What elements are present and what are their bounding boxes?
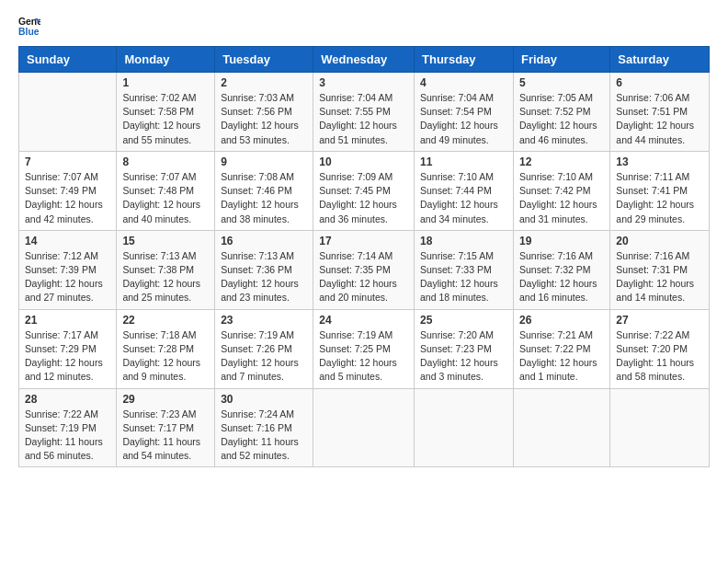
calendar-cell: 20Sunrise: 7:16 AMSunset: 7:31 PMDayligh… xyxy=(610,230,710,309)
calendar-week-2: 7Sunrise: 7:07 AMSunset: 7:49 PMDaylight… xyxy=(19,151,710,230)
sunset-text: Sunset: 7:29 PM xyxy=(25,342,110,356)
sunrise-text: Sunrise: 7:04 AM xyxy=(420,91,507,105)
sunrise-text: Sunrise: 7:17 AM xyxy=(25,328,110,342)
calendar-cell: 17Sunrise: 7:14 AMSunset: 7:35 PMDayligh… xyxy=(313,230,415,309)
day-number: 12 xyxy=(519,155,604,168)
svg-text:Blue: Blue xyxy=(18,27,40,37)
calendar-cell: 5Sunrise: 7:05 AMSunset: 7:52 PMDaylight… xyxy=(513,73,609,152)
sunset-text: Sunset: 7:32 PM xyxy=(519,263,604,277)
sunrise-text: Sunrise: 7:11 AM xyxy=(616,170,703,184)
calendar-cell: 7Sunrise: 7:07 AMSunset: 7:49 PMDaylight… xyxy=(19,151,117,230)
day-number: 17 xyxy=(319,235,408,247)
daylight-text: Daylight: 12 hours and 51 minutes. xyxy=(319,119,408,146)
sunset-text: Sunset: 7:54 PM xyxy=(420,105,507,119)
day-number: 3 xyxy=(319,76,408,89)
calendar-cell xyxy=(415,388,514,467)
day-number: 15 xyxy=(122,235,209,247)
day-info: Sunrise: 7:13 AMSunset: 7:36 PMDaylight:… xyxy=(221,249,307,305)
calendar-cell: 15Sunrise: 7:13 AMSunset: 7:38 PMDayligh… xyxy=(117,230,215,309)
calendar-cell xyxy=(610,388,710,467)
calendar-cell: 12Sunrise: 7:10 AMSunset: 7:42 PMDayligh… xyxy=(513,151,609,230)
daylight-text: Daylight: 12 hours and 49 minutes. xyxy=(420,119,507,146)
daylight-text: Daylight: 12 hours and 55 minutes. xyxy=(122,119,209,146)
day-number: 18 xyxy=(420,235,507,247)
day-number: 30 xyxy=(221,393,307,406)
sunrise-text: Sunrise: 7:19 AM xyxy=(221,328,307,342)
sunrise-text: Sunrise: 7:24 AM xyxy=(221,408,307,421)
sunrise-text: Sunrise: 7:19 AM xyxy=(319,328,408,342)
day-info: Sunrise: 7:14 AMSunset: 7:35 PMDaylight:… xyxy=(319,249,408,305)
calendar-cell: 14Sunrise: 7:12 AMSunset: 7:39 PMDayligh… xyxy=(19,230,117,309)
calendar-week-1: 1Sunrise: 7:02 AMSunset: 7:58 PMDaylight… xyxy=(19,73,710,152)
calendar-cell xyxy=(19,73,117,152)
sunrise-text: Sunrise: 7:12 AM xyxy=(25,249,110,263)
daylight-text: Daylight: 12 hours and 42 minutes. xyxy=(25,198,110,225)
daylight-text: Daylight: 11 hours and 54 minutes. xyxy=(122,435,209,463)
day-number: 21 xyxy=(25,314,110,327)
day-info: Sunrise: 7:24 AMSunset: 7:16 PMDaylight:… xyxy=(221,408,307,464)
daylight-text: Daylight: 12 hours and 20 minutes. xyxy=(319,277,408,304)
sunset-text: Sunset: 7:28 PM xyxy=(122,342,209,356)
sunrise-text: Sunrise: 7:14 AM xyxy=(319,249,408,263)
day-info: Sunrise: 7:21 AMSunset: 7:22 PMDaylight:… xyxy=(519,328,604,385)
sunset-text: Sunset: 7:58 PM xyxy=(122,105,209,119)
daylight-text: Daylight: 12 hours and 16 minutes. xyxy=(519,277,604,304)
weekday-header-tuesday: Tuesday xyxy=(215,47,313,73)
sunset-text: Sunset: 7:44 PM xyxy=(420,184,507,198)
calendar-cell: 19Sunrise: 7:16 AMSunset: 7:32 PMDayligh… xyxy=(513,230,609,309)
calendar-cell: 3Sunrise: 7:04 AMSunset: 7:55 PMDaylight… xyxy=(313,73,415,152)
sunrise-text: Sunrise: 7:21 AM xyxy=(519,328,604,342)
sunrise-text: Sunrise: 7:08 AM xyxy=(221,170,307,184)
day-number: 13 xyxy=(616,155,703,168)
daylight-text: Daylight: 12 hours and 38 minutes. xyxy=(221,198,307,225)
calendar-cell xyxy=(513,388,609,467)
sunset-text: Sunset: 7:25 PM xyxy=(319,342,408,356)
sunrise-text: Sunrise: 7:15 AM xyxy=(420,249,507,263)
day-info: Sunrise: 7:05 AMSunset: 7:52 PMDaylight:… xyxy=(519,91,604,147)
sunset-text: Sunset: 7:36 PM xyxy=(221,263,307,277)
calendar-cell: 13Sunrise: 7:11 AMSunset: 7:41 PMDayligh… xyxy=(610,151,710,230)
day-info: Sunrise: 7:11 AMSunset: 7:41 PMDaylight:… xyxy=(616,170,703,226)
day-info: Sunrise: 7:19 AMSunset: 7:25 PMDaylight:… xyxy=(319,328,408,385)
day-info: Sunrise: 7:12 AMSunset: 7:39 PMDaylight:… xyxy=(25,249,110,305)
day-info: Sunrise: 7:17 AMSunset: 7:29 PMDaylight:… xyxy=(25,328,110,385)
daylight-text: Daylight: 12 hours and 36 minutes. xyxy=(319,198,408,225)
sunrise-text: Sunrise: 7:13 AM xyxy=(122,249,209,263)
daylight-text: Daylight: 12 hours and 44 minutes. xyxy=(616,119,703,146)
daylight-text: Daylight: 12 hours and 29 minutes. xyxy=(616,198,703,225)
daylight-text: Daylight: 12 hours and 1 minute. xyxy=(519,356,604,384)
day-number: 23 xyxy=(221,314,307,327)
daylight-text: Daylight: 12 hours and 27 minutes. xyxy=(25,277,110,304)
day-number: 14 xyxy=(25,235,110,247)
calendar-cell: 25Sunrise: 7:20 AMSunset: 7:23 PMDayligh… xyxy=(415,309,514,388)
logo-icon: General Blue xyxy=(18,15,40,37)
day-info: Sunrise: 7:07 AMSunset: 7:49 PMDaylight:… xyxy=(25,170,110,226)
sunrise-text: Sunrise: 7:02 AM xyxy=(122,91,209,105)
day-number: 7 xyxy=(25,155,110,168)
day-number: 28 xyxy=(25,393,110,406)
sunset-text: Sunset: 7:20 PM xyxy=(616,342,703,356)
calendar-cell: 9Sunrise: 7:08 AMSunset: 7:46 PMDaylight… xyxy=(215,151,313,230)
sunrise-text: Sunrise: 7:16 AM xyxy=(519,249,604,263)
sunset-text: Sunset: 7:16 PM xyxy=(221,421,307,435)
sunset-text: Sunset: 7:56 PM xyxy=(221,105,307,119)
sunrise-text: Sunrise: 7:23 AM xyxy=(122,408,209,421)
sunset-text: Sunset: 7:19 PM xyxy=(25,421,110,435)
calendar-cell: 26Sunrise: 7:21 AMSunset: 7:22 PMDayligh… xyxy=(513,309,609,388)
calendar-cell: 27Sunrise: 7:22 AMSunset: 7:20 PMDayligh… xyxy=(610,309,710,388)
day-info: Sunrise: 7:04 AMSunset: 7:55 PMDaylight:… xyxy=(319,91,408,147)
calendar-cell: 16Sunrise: 7:13 AMSunset: 7:36 PMDayligh… xyxy=(215,230,313,309)
sunrise-text: Sunrise: 7:06 AM xyxy=(616,91,703,105)
day-info: Sunrise: 7:07 AMSunset: 7:48 PMDaylight:… xyxy=(122,170,209,226)
sunset-text: Sunset: 7:55 PM xyxy=(319,105,408,119)
sunset-text: Sunset: 7:51 PM xyxy=(616,105,703,119)
calendar-week-4: 21Sunrise: 7:17 AMSunset: 7:29 PMDayligh… xyxy=(19,309,710,388)
day-number: 1 xyxy=(122,76,209,89)
day-info: Sunrise: 7:20 AMSunset: 7:23 PMDaylight:… xyxy=(420,328,507,385)
day-info: Sunrise: 7:04 AMSunset: 7:54 PMDaylight:… xyxy=(420,91,507,147)
sunrise-text: Sunrise: 7:10 AM xyxy=(519,170,604,184)
daylight-text: Daylight: 11 hours and 52 minutes. xyxy=(221,435,307,463)
daylight-text: Daylight: 12 hours and 40 minutes. xyxy=(122,198,209,225)
sunrise-text: Sunrise: 7:20 AM xyxy=(420,328,507,342)
sunrise-text: Sunrise: 7:07 AM xyxy=(25,170,110,184)
